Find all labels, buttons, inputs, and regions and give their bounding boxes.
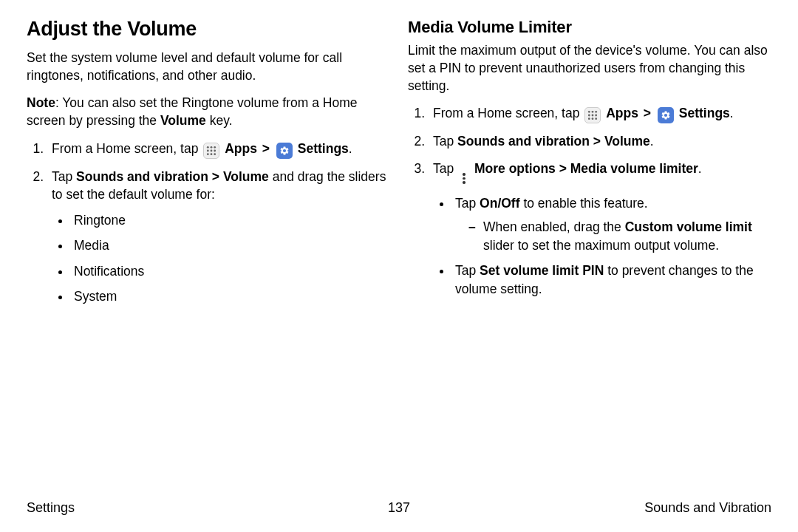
settings-icon [658, 107, 674, 123]
sub1-bold: On/Off [480, 196, 519, 211]
dash-post: slider to set the maximum output volume. [483, 238, 719, 253]
svg-point-2 [214, 146, 216, 148]
settings-label: Settings [298, 141, 349, 156]
apps-label: Apps [225, 141, 257, 156]
dash-pre: When enabled, drag the [483, 219, 625, 234]
list-item: Tap On/Off to enable this feature. When … [452, 194, 771, 255]
svg-point-12 [588, 115, 590, 117]
svg-point-16 [592, 118, 594, 120]
left-column: Adjust the Volume Set the system volume … [27, 18, 390, 488]
svg-point-8 [214, 153, 216, 155]
note-text-post: key. [206, 113, 233, 128]
list-item: When enabled, drag the Custom volume lim… [471, 218, 771, 254]
svg-point-14 [596, 115, 598, 117]
period: . [698, 161, 702, 176]
volume-types-list: Ringtone Media Notifications System [52, 211, 390, 306]
step-2-left: Tap Sounds and vibration > Volume and dr… [47, 168, 390, 306]
svg-point-17 [596, 118, 598, 120]
list-item: Notifications [71, 262, 390, 281]
svg-point-4 [211, 149, 213, 151]
right-column: Media Volume Limiter Limit the maximum o… [408, 18, 771, 488]
list-item: Ringtone [71, 211, 390, 230]
settings-icon [276, 143, 293, 159]
steps-list-right: From a Home screen, tap Apps > Settings.… [408, 104, 771, 298]
heading-adjust-volume: Adjust the Volume [27, 18, 390, 41]
note-bold: Volume [160, 113, 206, 128]
page-body: Adjust the Volume Set the system volume … [0, 0, 798, 488]
svg-point-0 [207, 146, 209, 148]
step-3-right: Tap More options > Media volume limiter.… [429, 160, 771, 298]
apps-icon [203, 143, 219, 159]
svg-point-7 [211, 153, 213, 155]
note-label: Note [27, 95, 55, 110]
step3-bold: More options > Media volume limiter [474, 161, 698, 176]
sub2-bold: Set volume limit PIN [480, 263, 604, 278]
heading-media-volume-limiter: Media Volume Limiter [408, 18, 771, 37]
steps-list-left: From a Home screen, tap Apps > Settings.… [27, 140, 390, 306]
list-item: Media [71, 236, 390, 255]
svg-point-9 [588, 111, 590, 113]
step2-bold: Sounds and vibration > Volume [76, 169, 269, 184]
apps-label-r: Apps [606, 106, 638, 120]
period: . [650, 134, 654, 149]
step-1-right: From a Home screen, tap Apps > Settings. [429, 104, 771, 123]
intro-text-right: Limit the maximum output of the device's… [408, 41, 771, 95]
svg-point-13 [592, 115, 594, 117]
svg-point-3 [207, 149, 209, 151]
period: . [730, 106, 734, 120]
sub1-post: to enable this feature. [520, 196, 648, 211]
svg-point-15 [588, 118, 590, 120]
step2-pre: Tap [52, 169, 76, 184]
step-1-left: From a Home screen, tap Apps > Settings. [47, 140, 390, 159]
page-footer: Settings 137 Sounds and Vibration [27, 500, 771, 516]
list-item: System [71, 287, 390, 306]
footer-page-number: 137 [388, 500, 410, 516]
dash-bold: Custom volume limit [625, 219, 752, 234]
step3-pre: Tap [433, 161, 457, 176]
step1-pre: From a Home screen, tap [52, 141, 202, 156]
apps-icon [584, 107, 601, 123]
svg-point-1 [211, 146, 213, 148]
intro-text: Set the system volume level and default … [27, 49, 390, 84]
footer-left: Settings [27, 500, 75, 516]
svg-point-11 [596, 111, 598, 113]
step2r-bold: Sounds and vibration > Volume [457, 134, 650, 149]
footer-right: Sounds and Vibration [644, 500, 771, 516]
more-options-icon [459, 171, 469, 187]
svg-point-5 [214, 149, 216, 151]
sub2-pre: Tap [455, 263, 480, 278]
step2r-pre: Tap [433, 134, 457, 149]
svg-point-6 [207, 153, 209, 155]
dash-list: When enabled, drag the Custom volume lim… [455, 218, 771, 254]
svg-point-10 [592, 111, 594, 113]
note-text: Note: You can also set the Ringtone volu… [27, 94, 390, 129]
step-2-right: Tap Sounds and vibration > Volume. [429, 132, 771, 151]
list-item: Tap Set volume limit PIN to prevent chan… [452, 262, 771, 298]
step1-pre-r: From a Home screen, tap [433, 106, 583, 120]
sub1-pre: Tap [455, 196, 480, 211]
step3-sublist: Tap On/Off to enable this feature. When … [433, 194, 771, 299]
chevron-right: > [262, 141, 270, 156]
chevron-right: > [644, 106, 651, 120]
period: . [349, 141, 352, 156]
settings-label-r: Settings [679, 106, 730, 120]
